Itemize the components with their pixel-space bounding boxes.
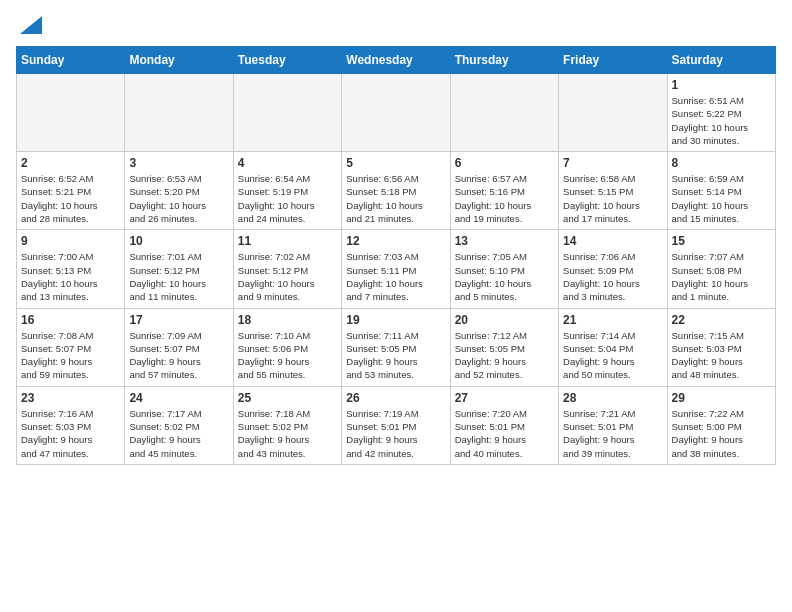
calendar-cell: 4Sunrise: 6:54 AM Sunset: 5:19 PM Daylig… (233, 152, 341, 230)
logo-icon (20, 16, 42, 34)
calendar-cell: 16Sunrise: 7:08 AM Sunset: 5:07 PM Dayli… (17, 308, 125, 386)
weekday-header-friday: Friday (559, 47, 667, 74)
day-info: Sunrise: 7:07 AM Sunset: 5:08 PM Dayligh… (672, 250, 771, 303)
day-number: 27 (455, 391, 554, 405)
calendar-cell: 9Sunrise: 7:00 AM Sunset: 5:13 PM Daylig… (17, 230, 125, 308)
day-number: 22 (672, 313, 771, 327)
day-number: 14 (563, 234, 662, 248)
calendar-cell: 10Sunrise: 7:01 AM Sunset: 5:12 PM Dayli… (125, 230, 233, 308)
day-number: 11 (238, 234, 337, 248)
weekday-header-sunday: Sunday (17, 47, 125, 74)
calendar-cell: 23Sunrise: 7:16 AM Sunset: 5:03 PM Dayli… (17, 386, 125, 464)
weekday-header-thursday: Thursday (450, 47, 558, 74)
calendar-row-1: 1Sunrise: 6:51 AM Sunset: 5:22 PM Daylig… (17, 74, 776, 152)
day-number: 2 (21, 156, 120, 170)
logo (16, 16, 42, 34)
day-info: Sunrise: 6:56 AM Sunset: 5:18 PM Dayligh… (346, 172, 445, 225)
day-info: Sunrise: 7:16 AM Sunset: 5:03 PM Dayligh… (21, 407, 120, 460)
day-info: Sunrise: 6:51 AM Sunset: 5:22 PM Dayligh… (672, 94, 771, 147)
day-info: Sunrise: 7:09 AM Sunset: 5:07 PM Dayligh… (129, 329, 228, 382)
calendar-cell (125, 74, 233, 152)
day-number: 5 (346, 156, 445, 170)
day-info: Sunrise: 7:01 AM Sunset: 5:12 PM Dayligh… (129, 250, 228, 303)
day-number: 23 (21, 391, 120, 405)
weekday-header-row: SundayMondayTuesdayWednesdayThursdayFrid… (17, 47, 776, 74)
weekday-header-monday: Monday (125, 47, 233, 74)
day-number: 21 (563, 313, 662, 327)
svg-marker-0 (20, 16, 42, 34)
calendar-cell (450, 74, 558, 152)
day-number: 29 (672, 391, 771, 405)
calendar-cell: 11Sunrise: 7:02 AM Sunset: 5:12 PM Dayli… (233, 230, 341, 308)
day-info: Sunrise: 7:19 AM Sunset: 5:01 PM Dayligh… (346, 407, 445, 460)
day-info: Sunrise: 7:05 AM Sunset: 5:10 PM Dayligh… (455, 250, 554, 303)
day-number: 4 (238, 156, 337, 170)
calendar-cell: 25Sunrise: 7:18 AM Sunset: 5:02 PM Dayli… (233, 386, 341, 464)
day-number: 25 (238, 391, 337, 405)
calendar-cell (17, 74, 125, 152)
day-number: 6 (455, 156, 554, 170)
day-info: Sunrise: 6:57 AM Sunset: 5:16 PM Dayligh… (455, 172, 554, 225)
calendar-cell: 7Sunrise: 6:58 AM Sunset: 5:15 PM Daylig… (559, 152, 667, 230)
day-number: 1 (672, 78, 771, 92)
day-number: 26 (346, 391, 445, 405)
day-info: Sunrise: 7:06 AM Sunset: 5:09 PM Dayligh… (563, 250, 662, 303)
calendar-cell: 19Sunrise: 7:11 AM Sunset: 5:05 PM Dayli… (342, 308, 450, 386)
day-info: Sunrise: 7:17 AM Sunset: 5:02 PM Dayligh… (129, 407, 228, 460)
day-number: 17 (129, 313, 228, 327)
day-number: 8 (672, 156, 771, 170)
page-header (16, 16, 776, 34)
calendar-cell: 8Sunrise: 6:59 AM Sunset: 5:14 PM Daylig… (667, 152, 775, 230)
day-number: 20 (455, 313, 554, 327)
day-info: Sunrise: 7:14 AM Sunset: 5:04 PM Dayligh… (563, 329, 662, 382)
day-info: Sunrise: 6:58 AM Sunset: 5:15 PM Dayligh… (563, 172, 662, 225)
weekday-header-wednesday: Wednesday (342, 47, 450, 74)
calendar-cell (233, 74, 341, 152)
calendar-cell (342, 74, 450, 152)
calendar-cell: 12Sunrise: 7:03 AM Sunset: 5:11 PM Dayli… (342, 230, 450, 308)
calendar-cell: 18Sunrise: 7:10 AM Sunset: 5:06 PM Dayli… (233, 308, 341, 386)
day-number: 12 (346, 234, 445, 248)
calendar-row-4: 16Sunrise: 7:08 AM Sunset: 5:07 PM Dayli… (17, 308, 776, 386)
day-info: Sunrise: 6:54 AM Sunset: 5:19 PM Dayligh… (238, 172, 337, 225)
day-number: 19 (346, 313, 445, 327)
calendar-cell: 20Sunrise: 7:12 AM Sunset: 5:05 PM Dayli… (450, 308, 558, 386)
calendar-row-3: 9Sunrise: 7:00 AM Sunset: 5:13 PM Daylig… (17, 230, 776, 308)
day-info: Sunrise: 7:02 AM Sunset: 5:12 PM Dayligh… (238, 250, 337, 303)
calendar-cell: 15Sunrise: 7:07 AM Sunset: 5:08 PM Dayli… (667, 230, 775, 308)
weekday-header-tuesday: Tuesday (233, 47, 341, 74)
calendar-cell: 14Sunrise: 7:06 AM Sunset: 5:09 PM Dayli… (559, 230, 667, 308)
calendar-table: SundayMondayTuesdayWednesdayThursdayFrid… (16, 46, 776, 465)
day-info: Sunrise: 7:18 AM Sunset: 5:02 PM Dayligh… (238, 407, 337, 460)
day-info: Sunrise: 7:12 AM Sunset: 5:05 PM Dayligh… (455, 329, 554, 382)
day-number: 28 (563, 391, 662, 405)
calendar-cell: 26Sunrise: 7:19 AM Sunset: 5:01 PM Dayli… (342, 386, 450, 464)
day-info: Sunrise: 7:10 AM Sunset: 5:06 PM Dayligh… (238, 329, 337, 382)
day-number: 3 (129, 156, 228, 170)
calendar-cell: 17Sunrise: 7:09 AM Sunset: 5:07 PM Dayli… (125, 308, 233, 386)
day-number: 18 (238, 313, 337, 327)
calendar-cell: 3Sunrise: 6:53 AM Sunset: 5:20 PM Daylig… (125, 152, 233, 230)
calendar-cell: 13Sunrise: 7:05 AM Sunset: 5:10 PM Dayli… (450, 230, 558, 308)
day-info: Sunrise: 7:08 AM Sunset: 5:07 PM Dayligh… (21, 329, 120, 382)
day-info: Sunrise: 7:03 AM Sunset: 5:11 PM Dayligh… (346, 250, 445, 303)
day-info: Sunrise: 6:52 AM Sunset: 5:21 PM Dayligh… (21, 172, 120, 225)
day-info: Sunrise: 7:20 AM Sunset: 5:01 PM Dayligh… (455, 407, 554, 460)
calendar-cell (559, 74, 667, 152)
day-number: 15 (672, 234, 771, 248)
day-info: Sunrise: 7:00 AM Sunset: 5:13 PM Dayligh… (21, 250, 120, 303)
weekday-header-saturday: Saturday (667, 47, 775, 74)
calendar-cell: 27Sunrise: 7:20 AM Sunset: 5:01 PM Dayli… (450, 386, 558, 464)
calendar-cell: 29Sunrise: 7:22 AM Sunset: 5:00 PM Dayli… (667, 386, 775, 464)
calendar-cell: 2Sunrise: 6:52 AM Sunset: 5:21 PM Daylig… (17, 152, 125, 230)
calendar-row-2: 2Sunrise: 6:52 AM Sunset: 5:21 PM Daylig… (17, 152, 776, 230)
calendar-cell: 6Sunrise: 6:57 AM Sunset: 5:16 PM Daylig… (450, 152, 558, 230)
day-number: 16 (21, 313, 120, 327)
day-info: Sunrise: 7:22 AM Sunset: 5:00 PM Dayligh… (672, 407, 771, 460)
day-info: Sunrise: 6:59 AM Sunset: 5:14 PM Dayligh… (672, 172, 771, 225)
calendar-cell: 28Sunrise: 7:21 AM Sunset: 5:01 PM Dayli… (559, 386, 667, 464)
day-info: Sunrise: 6:53 AM Sunset: 5:20 PM Dayligh… (129, 172, 228, 225)
day-number: 13 (455, 234, 554, 248)
day-info: Sunrise: 7:15 AM Sunset: 5:03 PM Dayligh… (672, 329, 771, 382)
calendar-row-5: 23Sunrise: 7:16 AM Sunset: 5:03 PM Dayli… (17, 386, 776, 464)
